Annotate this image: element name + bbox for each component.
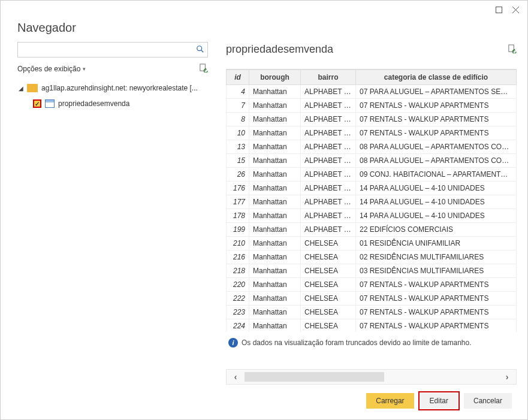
cell-bairro: ALPHABET CITY	[301, 113, 356, 126]
tree-root-node[interactable]: ◢ ag1llap.azurehdinsight.net: newyorkrea…	[17, 80, 208, 96]
cell-bairro: ALPHABET CITY	[301, 223, 356, 237]
footer: Carregar Editar Cancelar	[1, 385, 527, 419]
cell-borough: Manhattan	[249, 126, 301, 140]
close-icon	[512, 7, 519, 13]
svg-line-4	[201, 50, 204, 53]
table-row[interactable]: 15ManhattanALPHABET CITY08 PARA ALUGUEL …	[227, 154, 517, 168]
search-wrap	[17, 42, 208, 58]
table-row[interactable]: 222ManhattanCHELSEA07 RENTALS - WALKUP A…	[227, 292, 517, 306]
navigator-window: Navegador Opções de exibição ▾	[0, 0, 528, 420]
refresh-icon[interactable]	[199, 64, 208, 74]
horizontal-scrollbar[interactable]: ‹ ›	[226, 369, 517, 385]
search-icon[interactable]	[196, 45, 204, 55]
cell-categoria: 02 RESIDÊNCIAS MULTIFAMILIARES	[356, 250, 517, 264]
content-area: Opções de exibição ▾ ◢ ag1llap.azurehdin…	[1, 42, 527, 385]
cell-bairro: ALPHABET CITY	[301, 99, 356, 113]
checkbox-checked[interactable]: ✓	[33, 99, 41, 108]
maximize-button[interactable]	[490, 3, 507, 16]
cell-id: 178	[227, 209, 249, 223]
cell-categoria: 03 RESIDÊNCIAS MULTIFAMILIARES	[356, 264, 517, 278]
display-options-dropdown[interactable]: Opções de exibição ▾	[17, 65, 86, 73]
maximize-icon	[496, 7, 502, 13]
scroll-track[interactable]	[245, 370, 498, 384]
load-button[interactable]: Carregar	[366, 393, 414, 409]
cell-bairro: ALPHABET CITY	[301, 168, 356, 182]
cell-id: 199	[227, 223, 249, 237]
table-body: 4ManhattanALPHABET CITY07 PARA ALUGUEL –…	[227, 85, 517, 333]
tree-child-node[interactable]: ✓ propriedadesemvenda	[17, 96, 208, 111]
table-row[interactable]: 26ManhattanALPHABET CITY09 CONJ. HABITAC…	[227, 168, 517, 182]
cell-id: 176	[227, 182, 249, 195]
cell-borough: Manhattan	[249, 99, 301, 113]
table-row[interactable]: 178ManhattanALPHABET CITY14 PARA ALUGUEL…	[227, 209, 517, 223]
info-row: i Os dados na visualização foram truncad…	[226, 332, 517, 351]
scroll-thumb[interactable]	[245, 372, 384, 382]
scroll-left-arrow[interactable]: ‹	[227, 372, 245, 382]
table-row[interactable]: 8ManhattanALPHABET CITY07 RENTALS - WALK…	[227, 113, 517, 126]
col-header-bairro[interactable]: bairro	[301, 70, 356, 85]
dialog-header: Navegador	[1, 19, 527, 42]
cell-bairro: CHELSEA	[301, 237, 356, 250]
cell-categoria: 22 EDIFÍCIOS COMERCIAIS	[356, 223, 517, 237]
table-row[interactable]: 199ManhattanALPHABET CITY22 EDIFÍCIOS CO…	[227, 223, 517, 237]
table-row[interactable]: 210ManhattanCHELSEA01 RESIDÊNCIA UNIFAMI…	[227, 237, 517, 250]
table-row[interactable]: 218ManhattanCHELSEA03 RESIDÊNCIAS MULTIF…	[227, 264, 517, 278]
cell-bairro: ALPHABET CITY	[301, 140, 356, 154]
col-header-id[interactable]: id	[227, 70, 249, 85]
preview-header: propriedadesemvenda	[226, 42, 517, 56]
info-text: Os dados na visualização foram truncados…	[242, 339, 472, 347]
table-row[interactable]: 177ManhattanALPHABET CITY14 PARA ALUGUEL…	[227, 195, 517, 209]
preview-refresh-icon[interactable]	[508, 44, 517, 55]
search-input[interactable]	[17, 42, 208, 58]
cell-id: 26	[227, 168, 249, 182]
cell-id: 210	[227, 237, 249, 250]
cancel-button[interactable]: Cancelar	[464, 393, 512, 409]
cell-id: 10	[227, 126, 249, 140]
col-header-categoria[interactable]: categoria de classe de edifício	[356, 70, 517, 85]
scroll-right-arrow[interactable]: ›	[498, 372, 516, 382]
cell-categoria: 14 PARA ALUGUEL – 4-10 UNIDADES	[356, 209, 517, 223]
table-row[interactable]: 216ManhattanCHELSEA02 RESIDÊNCIAS MULTIF…	[227, 250, 517, 264]
cell-id: 223	[227, 306, 249, 319]
table-row[interactable]: 224ManhattanCHELSEA07 RENTALS - WALKUP A…	[227, 319, 517, 333]
table-row[interactable]: 220ManhattanCHELSEA07 RENTALS - WALKUP A…	[227, 278, 517, 292]
cell-borough: Manhattan	[249, 140, 301, 154]
cell-categoria: 07 RENTALS - WALKUP APARTMENTS	[356, 292, 517, 306]
edit-button[interactable]: Editar	[420, 393, 458, 409]
cell-bairro: CHELSEA	[301, 319, 356, 333]
table-row[interactable]: 223ManhattanCHELSEA07 RENTALS - WALKUP A…	[227, 306, 517, 319]
cell-bairro: CHELSEA	[301, 250, 356, 264]
cell-borough: Manhattan	[249, 209, 301, 223]
cell-bairro: ALPHABET CITY	[301, 182, 356, 195]
close-button[interactable]	[507, 3, 524, 16]
table-row[interactable]: 10ManhattanALPHABET CITY07 RENTALS - WAL…	[227, 126, 517, 140]
right-pane: propriedadesemvenda id borough bairro ca…	[214, 42, 517, 385]
tree-root-label: ag1llap.azurehdinsight.net: newyorkreale…	[41, 84, 198, 92]
cell-id: 224	[227, 319, 249, 333]
chevron-down-icon: ▾	[83, 66, 86, 72]
cell-borough: Manhattan	[249, 264, 301, 278]
cell-categoria: 08 PARA ALUGUEL – APARTAMENTOS COM ELEVA…	[356, 154, 517, 168]
tree-collapse-icon[interactable]: ◢	[19, 85, 27, 92]
table-row[interactable]: 13ManhattanALPHABET CITY08 PARA ALUGUEL …	[227, 140, 517, 154]
dialog-title: Navegador	[17, 21, 511, 35]
cell-id: 7	[227, 99, 249, 113]
cell-categoria: 07 RENTALS - WALKUP APARTMENTS	[356, 99, 517, 113]
cell-borough: Manhattan	[249, 113, 301, 126]
table-row[interactable]: 4ManhattanALPHABET CITY07 PARA ALUGUEL –…	[227, 85, 517, 99]
cell-bairro: ALPHABET CITY	[301, 154, 356, 168]
cell-borough: Manhattan	[249, 237, 301, 250]
table-row[interactable]: 7ManhattanALPHABET CITY07 RENTALS - WALK…	[227, 99, 517, 113]
info-icon: i	[228, 338, 238, 348]
cell-borough: Manhattan	[249, 306, 301, 319]
svg-point-3	[197, 46, 202, 51]
table-row[interactable]: 176ManhattanALPHABET CITY14 PARA ALUGUEL…	[227, 182, 517, 195]
titlebar	[1, 1, 527, 19]
col-header-borough[interactable]: borough	[249, 70, 301, 85]
svg-rect-0	[496, 7, 502, 13]
cell-id: 177	[227, 195, 249, 209]
data-table: id borough bairro categoria de classe de…	[226, 70, 517, 332]
cell-bairro: ALPHABET CITY	[301, 85, 356, 99]
tree-child-label: propriedadesemvenda	[58, 99, 129, 108]
cell-categoria: 07 PARA ALUGUEL – APARTAMENTOS SEM ELEVA…	[356, 85, 517, 99]
